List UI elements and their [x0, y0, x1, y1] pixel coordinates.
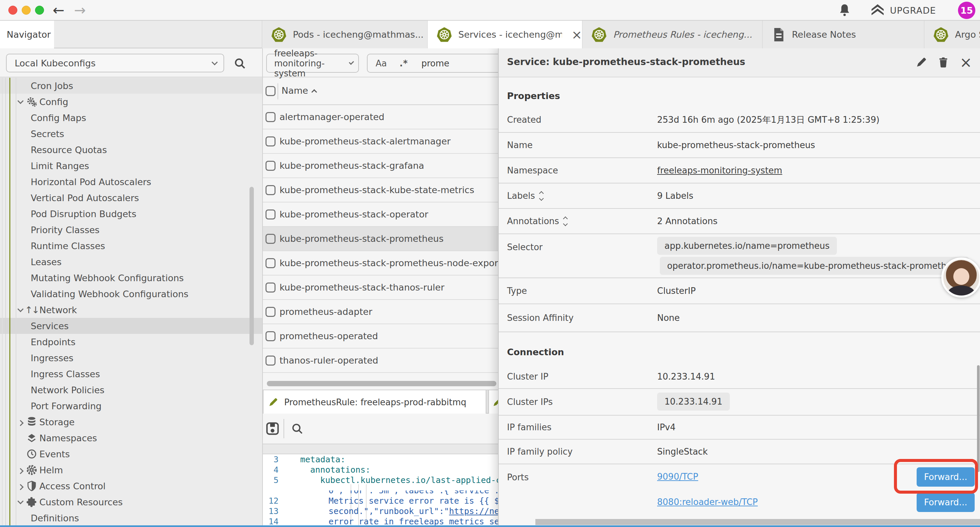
yaml-editor[interactable]: 3metadata:4annotations:5kubectl.kubernet…	[263, 454, 498, 527]
sidebar-search-icon[interactable]	[234, 57, 246, 70]
table-row-kube-prometheus-stack-prometheus[interactable]: kube-prometheus-stack-prometheus	[263, 227, 498, 251]
sidebar-item-pod-disruption-budgets[interactable]: Pod Disruption Budgets	[0, 206, 263, 222]
sidebar-item-ingress-classes[interactable]: Ingress Classes	[0, 366, 263, 382]
table-row-kube-prometheus-stack-alertmanager[interactable]: kube-prometheus-stack-alertmanager	[263, 129, 498, 154]
zoom-window-button[interactable]	[35, 6, 44, 15]
chevron-right-icon[interactable]	[16, 417, 25, 426]
sidebar-item-config-maps[interactable]: Config Maps	[0, 110, 263, 126]
tab-prometheus-rules-icecheng[interactable]: Prometheus Rules - icecheng...	[582, 21, 762, 48]
sidebar-item-limit-ranges[interactable]: Limit Ranges	[0, 158, 263, 174]
forward-button[interactable]: →	[74, 2, 86, 18]
sidebar-item-label: Endpoints	[31, 337, 75, 347]
row-checkbox[interactable]	[266, 185, 275, 195]
upgrade-button[interactable]: UPGRADE	[870, 4, 936, 17]
editor-tab-next[interactable]	[488, 390, 498, 414]
table-row-thanos-ruler-operated[interactable]: thanos-ruler-operated	[263, 349, 498, 373]
editor-search-icon[interactable]	[291, 422, 304, 435]
avatar[interactable]	[941, 258, 980, 298]
sidebar-scrollbar[interactable]	[250, 187, 254, 345]
row-checkbox[interactable]	[266, 282, 275, 293]
table-row-alertmanager-operated[interactable]: alertmanager-operated	[263, 105, 498, 129]
unfold-more-icon[interactable]	[564, 217, 567, 226]
row-checkbox[interactable]	[266, 137, 275, 146]
table-row-prometheus-adapter[interactable]: prometheus-adapter	[263, 300, 498, 324]
sidebar-item-runtime-classes[interactable]: Runtime Classes	[0, 238, 263, 254]
save-button[interactable]	[266, 422, 280, 436]
forward-button[interactable]: Forward...	[916, 493, 975, 512]
port-link-9090-tcp[interactable]: 9090/TCP	[657, 471, 698, 482]
sidebar-item-secrets[interactable]: Secrets	[0, 126, 263, 142]
chevron-down-icon[interactable]	[16, 498, 25, 506]
port-link-8080-reloader-web-tcp[interactable]: 8080:reloader-web/TCP	[657, 497, 758, 507]
sidebar-item-helm[interactable]: Helm	[0, 462, 263, 478]
delete-trash-icon[interactable]	[938, 57, 949, 68]
row-checkbox[interactable]	[266, 331, 275, 341]
filter-input[interactable]: Aa .* prome	[367, 54, 498, 73]
sidebar-item-ingresses[interactable]: Ingresses	[0, 350, 263, 366]
sidebar-item-network[interactable]: ↑↓Network	[0, 302, 263, 318]
chevron-right-icon[interactable]	[16, 466, 25, 474]
navigator-tab[interactable]: Navigator	[0, 21, 54, 48]
row-checkbox[interactable]	[266, 258, 275, 268]
case-sensitive-toggle[interactable]: Aa	[375, 58, 387, 68]
sidebar-item-custom-resources[interactable]: Custom Resources	[0, 494, 263, 510]
table-row-kube-prometheus-stack-kube-state-metrics[interactable]: kube-prometheus-stack-kube-state-metrics	[263, 178, 498, 202]
column-header-name[interactable]: Name	[282, 85, 308, 96]
sidebar-item-config[interactable]: Config	[0, 94, 263, 110]
sidebar-item-validating-webhook-configurations[interactable]: Validating Webhook Configurations	[0, 286, 263, 302]
close-icon[interactable]: ×	[960, 56, 972, 69]
sidebar-item-events[interactable]: Events	[0, 446, 263, 462]
sidebar-item-storage[interactable]: Storage	[0, 414, 263, 430]
sidebar-item-cron-jobs[interactable]: Cron Jobs	[0, 78, 263, 94]
sidebar-item-endpoints[interactable]: Endpoints	[0, 334, 263, 350]
sidebar-item-leases[interactable]: Leases	[0, 254, 263, 270]
gears-icon	[26, 96, 37, 107]
details-scrollbar[interactable]	[977, 365, 980, 472]
row-checkbox[interactable]	[266, 209, 275, 220]
back-button[interactable]: ←	[53, 2, 64, 18]
row-checkbox[interactable]	[266, 112, 275, 122]
horizontal-scrollbar[interactable]	[267, 381, 496, 386]
sidebar-item-priority-classes[interactable]: Priority Classes	[0, 222, 263, 238]
row-checkbox[interactable]	[266, 307, 275, 317]
details-bottom-scrollbar[interactable]	[535, 519, 980, 525]
tab-release-notes[interactable]: Release Notes	[762, 21, 924, 48]
regex-toggle[interactable]: .*	[399, 58, 408, 68]
tab-argo-se[interactable]: Argo Se	[924, 21, 980, 48]
sidebar-item-resource-quotas[interactable]: Resource Quotas	[0, 142, 263, 158]
row-checkbox[interactable]	[266, 161, 275, 171]
sidebar-item-horizontal-pod-autoscalers[interactable]: Horizontal Pod Autoscalers	[0, 174, 263, 190]
tab-pods-icecheng-mathmas[interactable]: Pods - icecheng@mathmas...	[262, 21, 427, 48]
sidebar-item-access-control[interactable]: Access Control	[0, 478, 263, 494]
table-row-kube-prometheus-stack-operator[interactable]: kube-prometheus-stack-operator	[263, 202, 498, 227]
close-window-button[interactable]	[8, 6, 18, 15]
notification-count-badge[interactable]: 15	[958, 2, 975, 19]
chevron-down-icon[interactable]	[16, 306, 25, 314]
sidebar-item-mutating-webhook-configurations[interactable]: Mutating Webhook Configurations	[0, 270, 263, 286]
editor-tab-active[interactable]: PrometheusRule: freeleaps-prod-rabbitmq	[263, 390, 486, 414]
sidebar-item-port-forwarding[interactable]: Port Forwarding	[0, 398, 263, 414]
kubeconfig-select[interactable]: Local Kubeconfigs	[6, 54, 224, 72]
sidebar-item-vertical-pod-autoscalers[interactable]: Vertical Pod Autoscalers	[0, 190, 263, 206]
edit-pencil-icon[interactable]	[916, 57, 927, 68]
chevron-down-icon[interactable]	[16, 97, 25, 106]
tab-close-icon[interactable]: ×	[571, 29, 582, 41]
unfold-more-icon[interactable]	[540, 192, 543, 200]
sidebar-item-definitions[interactable]: Definitions	[0, 510, 263, 526]
table-row-prometheus-operated[interactable]: prometheus-operated	[263, 324, 498, 349]
table-row-kube-prometheus-stack-prometheus-node-exporter[interactable]: kube-prometheus-stack-prometheus-node-ex…	[263, 251, 498, 275]
row-checkbox[interactable]	[266, 355, 275, 366]
row-checkbox[interactable]	[266, 234, 275, 244]
sidebar-item-namespaces[interactable]: Namespaces	[0, 430, 263, 446]
table-row-kube-prometheus-stack-grafana[interactable]: kube-prometheus-stack-grafana	[263, 154, 498, 178]
notifications-bell-icon[interactable]	[838, 4, 851, 17]
detail-link-freeleaps-monitoring-system[interactable]: freeleaps-monitoring-system	[657, 158, 782, 183]
namespace-select[interactable]: freeleaps-monitoring-system	[266, 54, 359, 73]
table-row-kube-prometheus-stack-thanos-ruler[interactable]: kube-prometheus-stack-thanos-ruler	[263, 275, 498, 300]
chevron-right-icon[interactable]	[16, 482, 25, 490]
select-all-checkbox[interactable]	[266, 86, 275, 96]
tab-services-icecheng-math[interactable]: Services - icecheng@math...×	[427, 21, 582, 48]
sidebar-item-services[interactable]: Services	[0, 318, 263, 334]
minimize-window-button[interactable]	[22, 6, 31, 15]
sidebar-item-network-policies[interactable]: Network Policies	[0, 382, 263, 398]
